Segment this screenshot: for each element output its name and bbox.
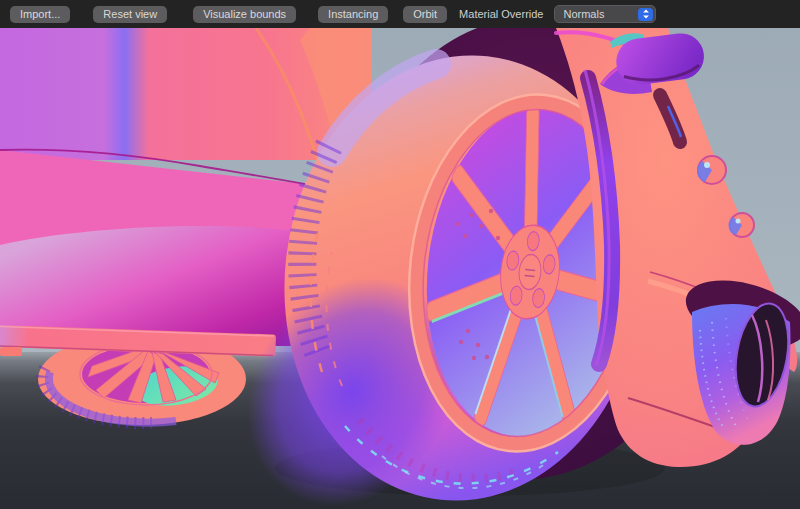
up-down-chevron-icon: [638, 8, 653, 21]
orbit-button[interactable]: Orbit: [403, 6, 447, 23]
material-override-value: Normals: [555, 8, 638, 20]
reset-view-button[interactable]: Reset view: [93, 6, 167, 23]
instancing-button[interactable]: Instancing: [318, 6, 388, 23]
import-button[interactable]: Import...: [10, 6, 70, 23]
toolbar: Import... Reset view Visualize bounds In…: [0, 0, 800, 28]
material-override-select[interactable]: Normals: [554, 5, 656, 23]
door-handle-bump-lower: [729, 213, 754, 237]
3d-viewport-canvas[interactable]: [0, 28, 800, 509]
material-override-label: Material Override: [459, 8, 543, 20]
visualize-bounds-button[interactable]: Visualize bounds: [193, 6, 296, 23]
front-splitter-fragment: [0, 347, 22, 356]
door-handle-bump-upper: [697, 156, 726, 184]
